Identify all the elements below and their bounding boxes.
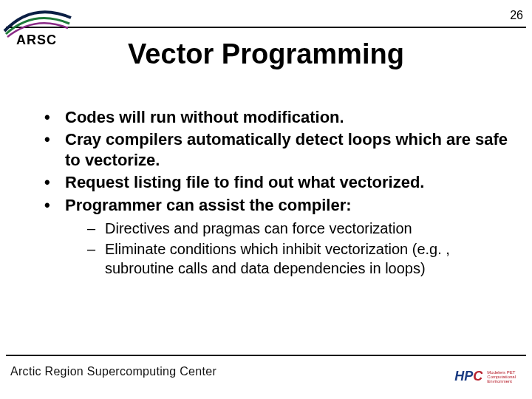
bullet-text: Codes will run without modification. <box>65 108 344 126</box>
sub-bullet-item: Eliminate conditions which inhibit vecto… <box>87 239 510 278</box>
slide-title: Vector Programming <box>0 38 532 70</box>
bullet-item: Programmer can assist the compiler: Dire… <box>43 195 510 278</box>
page-number: 26 <box>510 9 523 22</box>
bullet-text: Programmer can assist the compiler: <box>65 196 352 214</box>
hpc-mark: HPC <box>454 369 482 384</box>
hpc-suffix: C <box>473 369 482 383</box>
footer-divider <box>6 355 526 356</box>
sub-bullet-item: Directives and pragmas can force vectori… <box>87 219 510 238</box>
hpc-logo: HPC Modelers PET Computational Environme… <box>454 369 516 384</box>
content-area: Codes will run without modification. Cra… <box>43 107 510 279</box>
footer-org: Arctic Region Supercomputing Center <box>10 365 216 378</box>
bullet-item: Codes will run without modification. <box>43 107 510 128</box>
bullet-item: Request listing file to find out what ve… <box>43 172 510 193</box>
hpc-sub-line: Environment <box>487 379 512 383</box>
hpc-prefix: HP <box>454 369 473 383</box>
bullet-list: Codes will run without modification. Cra… <box>43 107 510 278</box>
sub-bullet-list: Directives and pragmas can force vectori… <box>87 219 510 278</box>
bullet-text: Cray compilers automatically detect loop… <box>65 130 508 169</box>
header-divider <box>6 27 526 28</box>
hpc-subtext: Modelers PET Computational Environment <box>487 370 516 383</box>
sub-bullet-text: Directives and pragmas can force vectori… <box>105 220 412 236</box>
bullet-text: Request listing file to find out what ve… <box>65 173 424 191</box>
bullet-item: Cray compilers automatically detect loop… <box>43 129 510 171</box>
sub-bullet-text: Eliminate conditions which inhibit vecto… <box>105 241 450 276</box>
slide: 26 ARSC Vector Programming Codes will ru… <box>0 0 532 399</box>
